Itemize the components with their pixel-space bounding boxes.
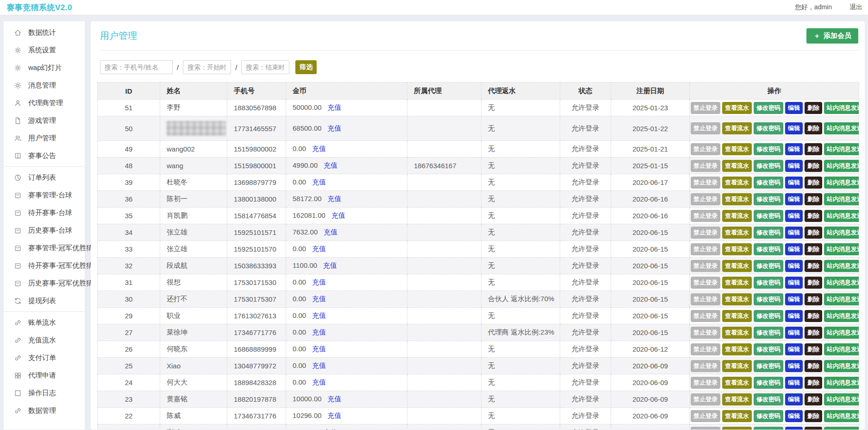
send-message-button[interactable]: 站内消息发送	[824, 122, 859, 134]
change-password-button[interactable]: 修改密码	[754, 260, 783, 272]
delete-button[interactable]: 删除	[805, 102, 822, 114]
sidebar-item[interactable]: 历史赛事-冠军优胜猜	[4, 274, 85, 292]
recharge-link[interactable]: 充值	[312, 295, 326, 303]
edit-button[interactable]: 编辑	[785, 427, 803, 430]
change-password-button[interactable]: 修改密码	[754, 293, 783, 305]
send-message-button[interactable]: 站内消息发送	[824, 102, 859, 114]
send-message-button[interactable]: 站内消息发送	[824, 160, 859, 172]
change-password-button[interactable]: 修改密码	[754, 243, 783, 255]
change-password-button[interactable]: 修改密码	[754, 410, 783, 422]
filter-button[interactable]: 筛选	[295, 60, 317, 74]
delete-button[interactable]: 删除	[805, 393, 822, 405]
ban-login-button[interactable]: 禁止登录	[691, 327, 720, 339]
ban-login-button[interactable]: 禁止登录	[691, 393, 720, 405]
view-flow-button[interactable]: 查看流水	[722, 393, 752, 405]
sidebar-item[interactable]: 待开赛事-冠军优胜猜	[4, 257, 85, 274]
view-flow-button[interactable]: 查看流水	[722, 210, 752, 222]
sidebar-item[interactable]: 待开赛事-台球	[4, 204, 85, 221]
send-message-button[interactable]: 站内消息发送	[824, 193, 859, 205]
send-message-button[interactable]: 站内消息发送	[824, 143, 859, 155]
edit-button[interactable]: 编辑	[785, 227, 803, 239]
recharge-link[interactable]: 充值	[324, 228, 337, 236]
ban-login-button[interactable]: 禁止登录	[691, 377, 720, 389]
recharge-link[interactable]: 充值	[328, 103, 342, 111]
view-flow-button[interactable]: 查看流水	[722, 377, 752, 389]
sidebar-item[interactable]: 代理申请	[4, 367, 85, 384]
edit-button[interactable]: 编辑	[785, 310, 803, 322]
sidebar-item[interactable]: 充值流水	[4, 331, 85, 349]
change-password-button[interactable]: 修改密码	[754, 177, 783, 189]
edit-button[interactable]: 编辑	[785, 260, 803, 272]
recharge-link[interactable]: 充值	[328, 195, 342, 202]
sidebar-item[interactable]: 赛事管理-冠军优胜猜	[4, 239, 85, 257]
send-message-button[interactable]: 站内消息发送	[824, 260, 859, 272]
change-password-button[interactable]: 修改密码	[754, 143, 783, 155]
add-member-button[interactable]: 添加会员	[806, 28, 858, 44]
recharge-link[interactable]: 充值	[312, 145, 326, 152]
edit-button[interactable]: 编辑	[785, 210, 803, 222]
view-flow-button[interactable]: 查看流水	[722, 277, 752, 289]
edit-button[interactable]: 编辑	[785, 293, 803, 305]
delete-button[interactable]: 删除	[805, 343, 822, 355]
recharge-link[interactable]: 充值	[328, 411, 342, 419]
recharge-link[interactable]: 充值	[331, 211, 345, 219]
ban-login-button[interactable]: 禁止登录	[691, 193, 720, 205]
edit-button[interactable]: 编辑	[785, 122, 803, 134]
sidebar-item[interactable]: 支付订单	[4, 349, 85, 367]
send-message-button[interactable]: 站内消息发送	[824, 360, 859, 372]
change-password-button[interactable]: 修改密码	[754, 360, 783, 372]
send-message-button[interactable]: 站内消息发送	[824, 343, 859, 355]
view-flow-button[interactable]: 查看流水	[722, 310, 752, 322]
view-flow-button[interactable]: 查看流水	[722, 193, 752, 205]
ban-login-button[interactable]: 禁止登录	[691, 410, 720, 422]
view-flow-button[interactable]: 查看流水	[722, 122, 752, 134]
ban-login-button[interactable]: 禁止登录	[691, 343, 720, 355]
delete-button[interactable]: 删除	[805, 243, 822, 255]
view-flow-button[interactable]: 查看流水	[722, 160, 752, 172]
change-password-button[interactable]: 修改密码	[754, 427, 783, 430]
recharge-link[interactable]: 充值	[312, 328, 326, 336]
view-flow-button[interactable]: 查看流水	[722, 343, 752, 355]
sidebar-item[interactable]: wap幻灯片	[4, 59, 85, 76]
view-flow-button[interactable]: 查看流水	[722, 102, 752, 114]
delete-button[interactable]: 删除	[805, 377, 822, 389]
ban-login-button[interactable]: 禁止登录	[691, 293, 720, 305]
send-message-button[interactable]: 站内消息发送	[824, 177, 859, 189]
edit-button[interactable]: 编辑	[785, 360, 803, 372]
sidebar-item[interactable]: 消息管理	[4, 76, 85, 94]
edit-button[interactable]: 编辑	[785, 160, 803, 172]
change-password-button[interactable]: 修改密码	[754, 122, 783, 134]
delete-button[interactable]: 删除	[805, 427, 822, 430]
edit-button[interactable]: 编辑	[785, 343, 803, 355]
ban-login-button[interactable]: 禁止登录	[691, 310, 720, 322]
send-message-button[interactable]: 站内消息发送	[824, 310, 859, 322]
sidebar-item[interactable]: 赛事管理-台球	[4, 186, 85, 204]
send-message-button[interactable]: 站内消息发送	[824, 393, 859, 405]
delete-button[interactable]: 删除	[805, 310, 822, 322]
delete-button[interactable]: 删除	[805, 293, 822, 305]
edit-button[interactable]: 编辑	[785, 393, 803, 405]
send-message-button[interactable]: 站内消息发送	[824, 410, 859, 422]
recharge-link[interactable]: 充值	[312, 361, 326, 369]
ban-login-button[interactable]: 禁止登录	[691, 143, 720, 155]
change-password-button[interactable]: 修改密码	[754, 377, 783, 389]
delete-button[interactable]: 删除	[805, 143, 822, 155]
edit-button[interactable]: 编辑	[785, 327, 803, 339]
change-password-button[interactable]: 修改密码	[754, 327, 783, 339]
sidebar-item[interactable]: 数据统计	[4, 24, 85, 41]
sidebar-item[interactable]: 操作日志	[4, 384, 85, 402]
ban-login-button[interactable]: 禁止登录	[691, 277, 720, 289]
ban-login-button[interactable]: 禁止登录	[691, 122, 720, 134]
delete-button[interactable]: 删除	[805, 277, 822, 289]
change-password-button[interactable]: 修改密码	[754, 343, 783, 355]
send-message-button[interactable]: 站内消息发送	[824, 327, 859, 339]
edit-button[interactable]: 编辑	[785, 193, 803, 205]
ban-login-button[interactable]: 禁止登录	[691, 243, 720, 255]
delete-button[interactable]: 删除	[805, 210, 822, 222]
edit-button[interactable]: 编辑	[785, 377, 803, 389]
ban-login-button[interactable]: 禁止登录	[691, 227, 720, 239]
delete-button[interactable]: 删除	[805, 360, 822, 372]
search-end-time-input[interactable]	[241, 60, 289, 74]
recharge-link[interactable]: 充值	[312, 378, 326, 386]
sidebar-item[interactable]: 数据管理	[4, 402, 85, 419]
